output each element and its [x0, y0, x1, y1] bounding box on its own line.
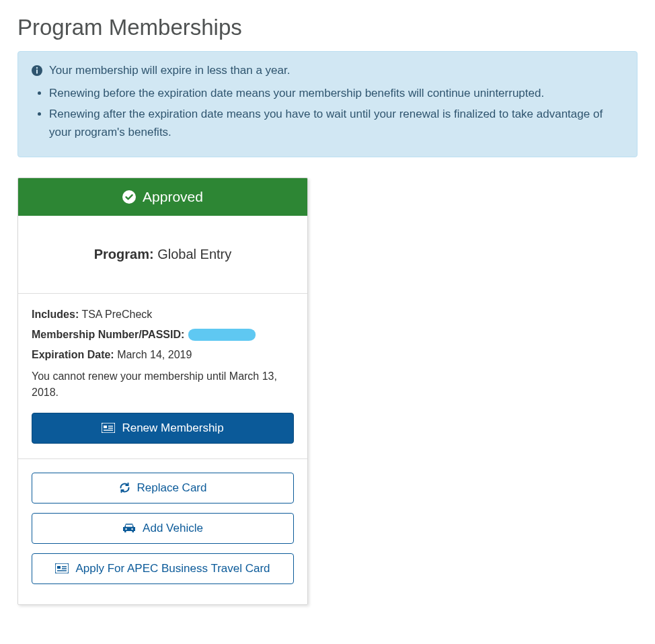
svg-point-10: [131, 528, 132, 530]
replace-card-button[interactable]: Replace Card: [32, 473, 294, 504]
replace-card-label: Replace Card: [137, 481, 207, 495]
program-name: Global Entry: [157, 247, 231, 261]
status-header: Approved: [18, 178, 307, 216]
alert-panel: Your membership will expire in less than…: [17, 51, 638, 157]
includes-value: TSA PreCheck: [81, 309, 152, 320]
page-title: Program Memberships: [17, 15, 638, 40]
add-vehicle-label: Add Vehicle: [143, 522, 203, 535]
svg-point-2: [36, 67, 38, 69]
alert-bullet: Renewing before the expiration date mean…: [49, 84, 623, 102]
apec-label: Apply For APEC Business Travel Card: [75, 562, 270, 575]
expiration-label: Expiration Date:: [32, 349, 114, 360]
renew-membership-button[interactable]: Renew Membership: [32, 413, 294, 444]
alert-bullet-list: Renewing before the expiration date mean…: [32, 84, 623, 142]
alert-bullet: Renewing after the expiration date means…: [49, 105, 623, 141]
card-body: Includes: TSA PreCheck Membership Number…: [18, 294, 307, 459]
add-vehicle-button[interactable]: Add Vehicle: [32, 513, 294, 544]
card-actions: Replace Card Add Vehicle Apply For APEC …: [18, 459, 307, 604]
renew-note: You cannot renew your membership until M…: [32, 368, 294, 401]
alert-headline-text: Your membership will expire in less than…: [49, 64, 290, 77]
car-icon: [122, 523, 136, 533]
passid-redacted: [188, 329, 256, 341]
svg-rect-13: [57, 566, 61, 569]
status-text: Approved: [143, 189, 203, 205]
check-circle-icon: [122, 190, 136, 204]
apec-button[interactable]: Apply For APEC Business Travel Card: [32, 553, 294, 584]
expiration-line: Expiration Date: March 14, 2019: [32, 348, 294, 362]
passid-line: Membership Number/PASSID:: [32, 327, 294, 342]
info-icon: [32, 65, 42, 76]
svg-rect-1: [36, 70, 38, 74]
renew-membership-label: Renew Membership: [122, 421, 223, 435]
svg-point-3: [122, 190, 136, 204]
includes-label: Includes:: [32, 309, 79, 320]
program-row: Program: Global Entry: [18, 216, 307, 294]
id-card-icon: [102, 423, 115, 433]
expiration-value: March 14, 2019: [117, 349, 192, 360]
program-label: Program:: [94, 247, 154, 261]
alert-headline: Your membership will expire in less than…: [32, 64, 623, 77]
id-card-icon: [55, 563, 69, 573]
membership-card: Approved Program: Global Entry Includes:…: [17, 177, 308, 605]
passid-label: Membership Number/PASSID:: [32, 327, 184, 342]
svg-rect-11: [126, 525, 132, 527]
svg-rect-5: [104, 426, 107, 428]
includes-line: Includes: TSA PreCheck: [32, 307, 294, 322]
refresh-icon: [119, 482, 130, 493]
svg-point-9: [125, 528, 126, 530]
